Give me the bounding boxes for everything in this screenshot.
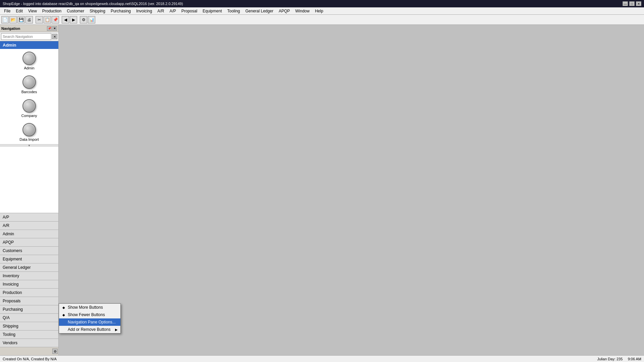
nav-config-button[interactable]: ⚙ xyxy=(52,349,58,354)
toolbar-open[interactable]: 📂 xyxy=(9,16,17,23)
menu-item-shipping[interactable]: Shipping xyxy=(87,8,108,14)
dataimport-icon xyxy=(22,123,36,136)
submenu-arrow-icon: ▶ xyxy=(115,328,118,331)
title-text: ShopEdge - logged into database react2db… xyxy=(3,2,183,6)
nav-title: Navigation xyxy=(1,26,20,31)
show-fewer-label: Show Fewer Buttons xyxy=(68,312,105,317)
toolbar: 📄 📂 💾 🖨 ✂ 📋 📌 ◀ ▶ ⚙ 📊 xyxy=(0,15,644,25)
toolbar-new[interactable]: 📄 xyxy=(1,16,9,23)
content-area xyxy=(59,25,644,355)
nav-section-qa[interactable]: Q/A xyxy=(0,313,58,322)
nav-pane-options-icon xyxy=(62,320,66,324)
nav-section-proposals[interactable]: Proposals xyxy=(0,297,58,305)
add-remove-icon xyxy=(62,327,66,331)
company-label: Company xyxy=(21,114,37,118)
nav-icon-barcodes[interactable]: Barcodes xyxy=(0,73,58,97)
show-fewer-icon: ◆ xyxy=(62,313,66,317)
menu-item-purchasing[interactable]: Purchasing xyxy=(108,8,133,14)
nav-header-controls: 📌 ✕ xyxy=(47,26,57,31)
maximize-button[interactable]: □ xyxy=(629,1,635,6)
status-julian: Julian Day: 235 xyxy=(597,357,623,361)
toolbar-paste[interactable]: 📌 xyxy=(52,16,59,23)
nav-section-inventory[interactable]: Inventory xyxy=(0,272,58,280)
close-button[interactable]: ✕ xyxy=(636,1,641,6)
nav-pane-options-label: Navigation Pane Options... xyxy=(68,320,116,324)
barcodes-icon xyxy=(22,75,36,89)
toolbar-extra2[interactable]: 📊 xyxy=(88,16,95,23)
nav-close-button[interactable]: ✕ xyxy=(52,26,57,31)
minimize-button[interactable]: — xyxy=(623,1,628,6)
menu-bar: FileEditViewProductionCustomerShippingPu… xyxy=(0,7,644,15)
toolbar-save[interactable]: 💾 xyxy=(17,16,25,23)
show-more-icon: ◆ xyxy=(62,305,66,309)
nav-icon-admin[interactable]: Admin xyxy=(0,49,58,73)
nav-bottom-bar: ⚙ xyxy=(0,347,58,355)
toolbar-copy[interactable]: 📋 xyxy=(44,16,51,23)
context-menu-add-remove[interactable]: Add or Remove Buttons ▶ xyxy=(59,326,120,333)
admin-icon xyxy=(22,52,36,65)
context-menu-show-more[interactable]: ◆ Show More Buttons xyxy=(59,304,120,311)
menu-item-production[interactable]: Production xyxy=(40,8,64,14)
nav-section-apqp[interactable]: APQP xyxy=(0,238,58,246)
menu-item-ar[interactable]: A/R xyxy=(155,8,167,14)
status-created: Created On N/A, Created By N/A xyxy=(3,357,57,361)
status-bar: Created On N/A, Created By N/A Julian Da… xyxy=(0,355,644,362)
nav-icon-dataimport[interactable]: Data Import xyxy=(0,120,58,144)
menu-item-invoicing[interactable]: Invoicing xyxy=(133,8,155,14)
nav-section-tooling[interactable]: Tooling xyxy=(0,330,58,339)
nav-sections: A/P A/R Admin APQP Customers Equipment G… xyxy=(0,213,58,347)
add-remove-label: Add or Remove Buttons xyxy=(68,327,110,332)
toolbar-forward[interactable]: ▶ xyxy=(70,16,77,23)
nav-icon-company[interactable]: Company xyxy=(0,97,58,120)
toolbar-cut[interactable]: ✂ xyxy=(36,16,43,23)
context-menu-show-fewer[interactable]: ◆ Show Fewer Buttons xyxy=(59,311,120,318)
navigation-panel: Navigation 📌 ✕ ✕ Admin Admin Barcodes xyxy=(0,25,59,355)
nav-section-purchasing[interactable]: Purchasing xyxy=(0,305,58,313)
dataimport-label: Data Import xyxy=(19,137,39,141)
menu-item-file[interactable]: File xyxy=(1,8,13,14)
title-bar-controls: — □ ✕ xyxy=(623,1,641,6)
menu-item-ap[interactable]: A/P xyxy=(167,8,178,14)
nav-section-ar[interactable]: A/R xyxy=(0,221,58,230)
nav-section-production[interactable]: Production xyxy=(0,288,58,297)
show-more-label: Show More Buttons xyxy=(68,305,103,310)
menu-item-help[interactable]: Help xyxy=(312,8,326,14)
nav-section-customers[interactable]: Customers xyxy=(0,246,58,255)
menu-item-edit[interactable]: Edit xyxy=(13,8,25,14)
menu-item-proposal[interactable]: Proposal xyxy=(179,8,200,14)
menu-item-view[interactable]: View xyxy=(25,8,40,14)
admin-section-header: Admin xyxy=(0,41,58,49)
toolbar-extra1[interactable]: ⚙ xyxy=(80,16,87,23)
status-right: Julian Day: 235 9:06 AM xyxy=(597,357,641,361)
title-bar: ShopEdge - logged into database react2db… xyxy=(0,0,644,7)
menu-item-window[interactable]: Window xyxy=(292,8,312,14)
company-icon xyxy=(22,99,36,113)
context-menu-nav-pane-options[interactable]: Navigation Pane Options... xyxy=(59,318,120,326)
search-clear-button[interactable]: ✕ xyxy=(52,34,57,39)
search-input[interactable] xyxy=(1,33,51,40)
nav-section-general-ledger[interactable]: General Ledger xyxy=(0,263,58,272)
barcodes-label: Barcodes xyxy=(21,90,37,94)
admin-label: Admin xyxy=(24,66,34,70)
nav-section-equipment[interactable]: Equipment xyxy=(0,255,58,263)
menu-item-tooling[interactable]: Tooling xyxy=(224,8,243,14)
search-box-container: ✕ xyxy=(0,32,58,41)
menu-item-apqp[interactable]: APQP xyxy=(276,8,292,14)
nav-pin-button[interactable]: 📌 xyxy=(47,26,52,31)
nav-content-area: Admin Admin Barcodes Company Data Import… xyxy=(0,41,58,213)
nav-section-invoicing[interactable]: Invoicing xyxy=(0,280,58,288)
nav-section-admin[interactable]: Admin xyxy=(0,230,58,238)
menu-item-equipment[interactable]: Equipment xyxy=(200,8,224,14)
nav-section-ap[interactable]: A/P xyxy=(0,213,58,221)
toolbar-back[interactable]: ◀ xyxy=(62,16,69,23)
scroll-indicator: ▼ xyxy=(0,144,58,147)
nav-section-vendors[interactable]: Vendors xyxy=(0,339,58,347)
nav-header: Navigation 📌 ✕ xyxy=(0,25,58,32)
toolbar-print[interactable]: 🖨 xyxy=(25,16,33,23)
nav-section-shipping[interactable]: Shipping xyxy=(0,322,58,330)
menu-item-generalledger[interactable]: General Ledger xyxy=(243,8,276,14)
context-menu: ◆ Show More Buttons ◆ Show Fewer Buttons… xyxy=(59,303,121,334)
status-time: 9:06 AM xyxy=(628,357,641,361)
menu-item-customer[interactable]: Customer xyxy=(64,8,87,14)
